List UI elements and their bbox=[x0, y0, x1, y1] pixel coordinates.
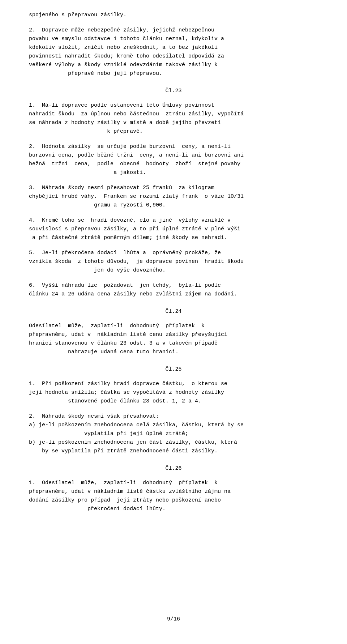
cl25-p2: 2. Náhrada škody nesmí však přesahovat: … bbox=[29, 412, 318, 456]
cl23-p3: 3. Náhrada škody nesmí přesahovat 25 fra… bbox=[29, 184, 318, 210]
cl23-p4: 4. Kromě toho se hradí dovozné, clo a ji… bbox=[29, 216, 318, 242]
cl23-p2: 2. Hodnota zásilky se určuje podle burzo… bbox=[29, 142, 318, 177]
cl23-p6: 6. Vyšší náhradu lze požadovat jen tehdy… bbox=[29, 281, 318, 299]
cl23-p1: 1. Má-li dopravce podle ustanovení této … bbox=[29, 101, 318, 136]
page-container: spojeného s přepravou zásilky. 2. Doprav… bbox=[0, 0, 347, 644]
page-number: 9/16 bbox=[29, 605, 318, 622]
cl26-p1: 1. Odesílatel může, zaplatí-li dohodnutý… bbox=[29, 479, 318, 513]
cl25-heading: Čl.25 bbox=[29, 365, 318, 374]
cl25-p1: 1. Při poškození zásilky hradí dopravce … bbox=[29, 380, 318, 406]
cl24-text: Odesílatel může, zaplatí-li dohodnutý př… bbox=[29, 322, 318, 357]
paragraph-2: 2. Dopravce může nebezpečné zásilky, jej… bbox=[29, 26, 318, 78]
cl24-heading: Čl.24 bbox=[29, 307, 318, 316]
cl23-p5: 5. Je-li překročena dodací lhůta a opráv… bbox=[29, 249, 318, 275]
content-area: spojeného s přepravou zásilky. 2. Doprav… bbox=[29, 11, 318, 605]
cl26-heading: Čl.26 bbox=[29, 464, 318, 473]
cl23-heading: Čl.23 bbox=[29, 87, 318, 95]
intro-paragraph: spojeného s přepravou zásilky. bbox=[29, 11, 318, 20]
